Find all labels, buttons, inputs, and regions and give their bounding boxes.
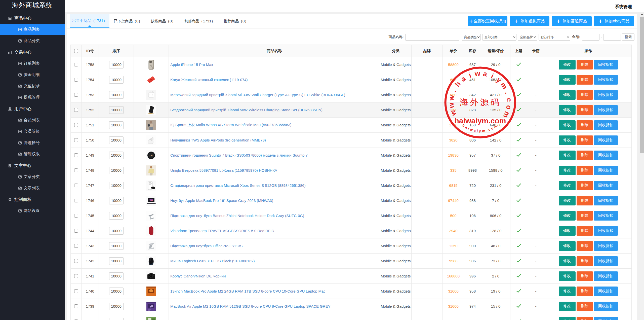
svg-text:c: c <box>505 98 513 102</box>
svg-text:a: a <box>459 75 467 83</box>
svg-text:haiwaiym.com: haiwaiym.com <box>454 117 506 125</box>
svg-text:i: i <box>490 72 495 80</box>
svg-text:w: w <box>447 102 456 109</box>
svg-text:a: a <box>482 70 488 78</box>
svg-text:w: w <box>474 69 481 78</box>
svg-text:海外源码: 海外源码 <box>460 98 501 107</box>
svg-text:h: h <box>453 80 462 88</box>
svg-text:.: . <box>450 88 458 93</box>
svg-text:w: w <box>449 109 458 117</box>
svg-text:i: i <box>468 71 472 79</box>
svg-text:.: . <box>504 90 512 95</box>
svg-text:y: y <box>495 76 503 84</box>
svg-text:o: o <box>505 105 513 110</box>
svg-text:w: w <box>447 94 456 101</box>
